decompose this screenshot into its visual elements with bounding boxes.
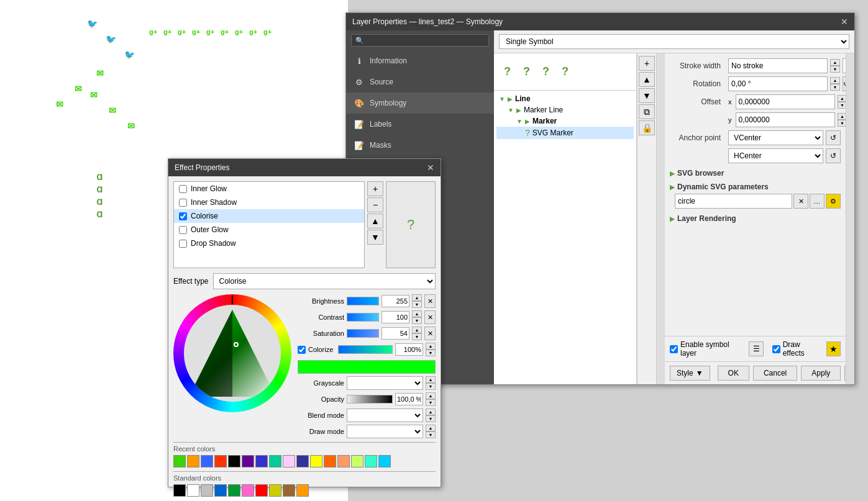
effect-remove-button[interactable]: − <box>367 197 383 212</box>
std-swatch[interactable] <box>201 484 213 497</box>
rotation-up[interactable]: ▲ <box>830 77 840 84</box>
effect-outerglow-checkbox[interactable] <box>179 226 187 234</box>
drawmode-up[interactable]: ▲ <box>426 425 436 431</box>
offset-x-dn[interactable]: ▼ <box>838 102 846 109</box>
grayscale-up[interactable]: ▲ <box>426 376 436 383</box>
tree-down-button[interactable]: ▼ <box>639 88 655 103</box>
opacity-value[interactable] <box>395 393 423 405</box>
contrast-value[interactable] <box>381 311 409 323</box>
props-scrollbar[interactable] <box>846 53 854 384</box>
effect-innershadow-checkbox[interactable] <box>179 199 187 207</box>
effect-down-button[interactable]: ▼ <box>367 230 383 245</box>
offset-y-input[interactable] <box>736 112 835 127</box>
drawmode-dn[interactable]: ▼ <box>426 431 436 438</box>
contrast-slider-track[interactable] <box>347 313 379 322</box>
saturation-up[interactable]: ▲ <box>412 327 422 333</box>
blend-dn[interactable]: ▼ <box>426 415 436 422</box>
tree-add-button[interactable]: + <box>639 56 655 71</box>
blend-mode-select[interactable] <box>347 408 423 422</box>
effect-dropshadow-checkbox[interactable] <box>179 240 187 248</box>
tree-lock-button[interactable]: 🔒 <box>639 120 655 135</box>
color-swatch[interactable] <box>310 455 322 467</box>
symbol-type-select[interactable]: Single Symbol <box>499 34 849 49</box>
color-swatch[interactable] <box>365 455 377 467</box>
colorize-dn[interactable]: ▼ <box>426 350 436 356</box>
effect-item-innershadow[interactable]: Inner Shadow <box>174 196 364 209</box>
effect-type-select[interactable]: Colorise <box>213 273 436 289</box>
anchor-v-select[interactable]: VCenter <box>728 130 823 145</box>
colorize-slider-track[interactable] <box>338 345 393 354</box>
style-button[interactable]: Style ▼ <box>670 366 710 381</box>
offset-y-dn[interactable]: ▼ <box>838 120 846 127</box>
tree-up-button[interactable]: ▲ <box>639 72 655 87</box>
dynamic-svg-header[interactable]: ▶ Dynamic SVG parameters <box>670 180 841 194</box>
std-swatch[interactable] <box>173 484 186 497</box>
saturation-clear[interactable]: ✕ <box>424 327 436 340</box>
color-swatch[interactable] <box>269 455 281 467</box>
contrast-clear[interactable]: ✕ <box>424 310 436 324</box>
color-swatch[interactable] <box>324 455 336 467</box>
color-swatch[interactable] <box>296 455 309 467</box>
opacity-up[interactable]: ▲ <box>426 392 436 399</box>
symbol-options-button[interactable]: ☰ <box>749 341 763 356</box>
opacity-dn[interactable]: ▼ <box>426 399 436 406</box>
opacity-slider-track[interactable] <box>347 395 393 404</box>
brightness-dn[interactable]: ▼ <box>412 301 422 308</box>
rotation-input[interactable] <box>728 76 828 91</box>
colorize-value[interactable] <box>395 343 423 356</box>
saturation-value[interactable] <box>381 327 409 340</box>
color-swatch[interactable] <box>351 455 363 467</box>
anchor-h-select[interactable]: HCenter <box>728 148 823 163</box>
effect-add-button[interactable]: + <box>367 181 383 196</box>
std-swatch[interactable] <box>283 484 295 497</box>
saturation-dn[interactable]: ▼ <box>412 333 422 340</box>
colorize-up[interactable]: ▲ <box>426 343 436 350</box>
effect-item-outerglow[interactable]: Outer Glow <box>174 223 364 237</box>
sidebar-item-source[interactable]: ⚙ Source <box>346 71 494 93</box>
color-swatch[interactable] <box>283 455 295 467</box>
color-swatch[interactable] <box>255 455 268 467</box>
color-swatch[interactable] <box>173 455 186 467</box>
saturation-slider-track[interactable] <box>347 329 379 338</box>
sidebar-search-input[interactable] <box>351 34 489 47</box>
cancel-button[interactable]: Cancel <box>753 366 797 381</box>
contrast-up[interactable]: ▲ <box>412 310 422 317</box>
tree-item-markerline[interactable]: ▼ ▶ Marker Line <box>496 104 634 115</box>
effect-colorise-checkbox[interactable] <box>179 212 187 220</box>
effect-item-dropshadow[interactable]: Drop Shadow <box>174 237 364 250</box>
svg-options-button[interactable]: ⚙ <box>826 194 841 209</box>
tree-item-marker[interactable]: ▼ ▶ Marker <box>496 115 634 127</box>
color-swatch[interactable] <box>337 455 350 467</box>
tree-item-svgmarker[interactable]: ? SVG Marker <box>496 127 634 139</box>
ok-button[interactable]: OK <box>718 366 749 381</box>
contrast-dn[interactable]: ▼ <box>412 317 422 324</box>
tree-duplicate-button[interactable]: ⧉ <box>639 104 655 119</box>
colorize-checkbox[interactable] <box>298 346 306 354</box>
color-swatch[interactable] <box>228 455 240 467</box>
color-swatch[interactable] <box>201 455 213 467</box>
anchor-h-reset[interactable]: ↺ <box>826 148 841 163</box>
brightness-value[interactable] <box>381 295 409 307</box>
enable-symbol-checkbox[interactable] <box>670 345 678 353</box>
effect-item-innerglow[interactable]: Inner Glow <box>174 182 364 196</box>
rotation-dn[interactable]: ▼ <box>830 84 840 91</box>
offset-x-up[interactable]: ▲ <box>838 95 846 102</box>
svg-search-input[interactable] <box>675 194 792 209</box>
anchor-v-reset[interactable]: ↺ <box>826 130 841 145</box>
color-swatch[interactable] <box>214 455 227 467</box>
std-swatch[interactable] <box>255 484 268 497</box>
svg-clear-button[interactable]: ✕ <box>793 194 808 209</box>
color-swatch[interactable] <box>378 455 391 467</box>
offset-y-up[interactable]: ▲ <box>838 113 846 120</box>
layer-rendering-header[interactable]: ▶ Layer Rendering <box>670 212 841 225</box>
std-swatch[interactable] <box>228 484 240 497</box>
stroke-width-up[interactable]: ▲ <box>830 59 840 66</box>
std-swatch[interactable] <box>269 484 281 497</box>
effects-star-button[interactable]: ★ <box>826 341 841 356</box>
std-swatch[interactable] <box>187 484 199 497</box>
color-swatch[interactable] <box>242 455 254 467</box>
stroke-width-dn[interactable]: ▼ <box>830 66 840 73</box>
offset-x-input[interactable] <box>736 94 835 109</box>
effect-innerglow-checkbox[interactable] <box>179 185 187 193</box>
effect-up-button[interactable]: ▲ <box>367 214 383 228</box>
